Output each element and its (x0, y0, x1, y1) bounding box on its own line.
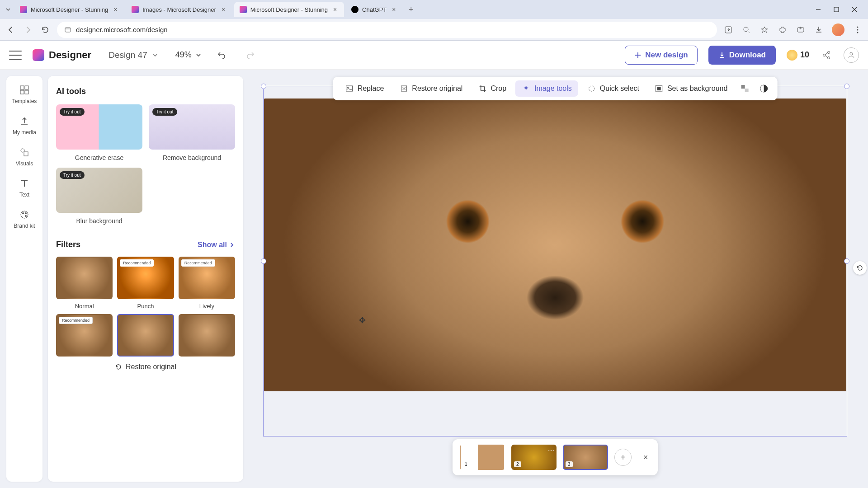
ctx-crop[interactable]: Crop (472, 80, 513, 97)
rail-text[interactable]: Text (19, 178, 30, 198)
resize-handle-tl[interactable] (261, 84, 266, 89)
svg-rect-22 (25, 90, 28, 94)
page-thumb-1[interactable]: 1 (460, 445, 505, 470)
new-tab-button[interactable]: + (405, 3, 417, 16)
forward-button[interactable] (23, 24, 33, 35)
tab-0[interactable]: Microsoft Designer - Stunning× (14, 2, 124, 17)
credits[interactable]: 10 (787, 50, 809, 61)
tab-3[interactable]: ChatGPT× (346, 2, 403, 17)
brand[interactable]: Designer (33, 49, 91, 61)
close-icon[interactable]: × (112, 6, 119, 13)
ctx-contrast[interactable] (755, 80, 772, 97)
design-name-dropdown[interactable]: Design 47 (102, 47, 165, 63)
svg-line-16 (825, 53, 828, 55)
redo-button[interactable] (244, 49, 257, 61)
menu-icon[interactable] (853, 25, 863, 35)
rail-label: My media (13, 129, 36, 136)
svg-point-12 (857, 32, 859, 33)
zoom-dropdown[interactable]: 49% (175, 50, 202, 60)
account-button[interactable] (844, 47, 859, 63)
extensions-icon[interactable] (778, 25, 788, 35)
crop-icon (478, 84, 487, 93)
recommended-badge: Recommended (181, 259, 215, 267)
page-strip: 1 2⋯ 3 + × (453, 439, 658, 475)
ctx-set-background[interactable]: Set as background (648, 80, 734, 97)
install-app-icon[interactable] (723, 25, 733, 35)
recommended-badge: Recommended (120, 259, 154, 267)
undo-button[interactable] (215, 49, 228, 61)
try-badge: Try it out (60, 108, 85, 116)
address-bar: designer.microsoft.com/design (0, 19, 868, 41)
ai-tools-title: AI tools (56, 87, 235, 96)
tab-search-dropdown[interactable] (4, 5, 13, 14)
svg-rect-34 (657, 87, 661, 90)
add-page-button[interactable]: + (614, 449, 632, 466)
ctx-label: Image tools (534, 84, 572, 93)
tool-remove-background[interactable]: Try it out Remove background (149, 104, 235, 161)
ctx-image-tools[interactable]: Image tools (515, 80, 578, 97)
close-strip-button[interactable]: × (641, 452, 651, 462)
canvas-area[interactable]: Replace Restore original Crop Image tool… (249, 76, 862, 482)
show-all-link[interactable]: Show all (198, 241, 235, 249)
page-thumb-2[interactable]: 2⋯ (511, 445, 557, 470)
download-button[interactable]: Download (708, 46, 776, 65)
chevron-down-icon (195, 52, 202, 58)
profile-avatar[interactable] (832, 23, 844, 36)
svg-rect-2 (65, 28, 71, 32)
page-num: 3 (566, 461, 573, 467)
resize-handle-ml[interactable] (261, 258, 266, 264)
filter-row2-1[interactable] (117, 314, 174, 357)
svg-point-28 (25, 215, 27, 217)
selection-bounds[interactable] (263, 86, 847, 436)
filter-normal[interactable]: Normal (56, 257, 113, 310)
svg-line-17 (825, 56, 828, 57)
new-tab-shortcut-icon[interactable] (796, 25, 806, 35)
rail-visuals[interactable]: Visuals (16, 146, 33, 167)
resize-handle-mr[interactable] (844, 258, 849, 264)
page-thumb-3[interactable]: 3 (563, 445, 608, 470)
hamburger-menu[interactable] (9, 51, 22, 60)
close-window-button[interactable] (850, 5, 859, 14)
tab-2[interactable]: Microsoft Designer - Stunning× (234, 2, 344, 17)
filter-punch[interactable]: RecommendedPunch (117, 257, 174, 310)
bookmark-icon[interactable] (760, 25, 769, 35)
tool-blur-background[interactable]: Try it out Blur background (56, 168, 142, 225)
resize-handle-tr[interactable] (844, 84, 849, 89)
reload-button[interactable] (40, 24, 51, 35)
minimize-button[interactable] (814, 5, 823, 14)
design-name: Design 47 (108, 50, 147, 60)
try-badge: Try it out (152, 108, 177, 116)
filter-row2-0[interactable]: Recommended (56, 314, 113, 357)
tab-1[interactable]: Images - Microsoft Designer× (126, 2, 232, 17)
downloads-icon[interactable] (814, 25, 824, 35)
ctx-restore[interactable]: Restore original (393, 80, 469, 97)
share-icon[interactable] (820, 49, 833, 61)
brand-logo-icon (33, 49, 44, 61)
ctx-replace[interactable]: Replace (339, 80, 391, 97)
close-icon[interactable]: × (390, 6, 397, 13)
rail-label: Visuals (16, 160, 33, 167)
page-more-icon[interactable]: ⋯ (548, 447, 554, 454)
url-field[interactable]: designer.microsoft.com/design (57, 22, 717, 38)
download-label: Download (729, 51, 766, 60)
back-button[interactable] (5, 24, 16, 35)
new-design-button[interactable]: New design (625, 46, 697, 65)
maximize-button[interactable] (832, 5, 841, 14)
tab-strip: Microsoft Designer - Stunning× Images - … (0, 0, 868, 19)
rail-brandkit[interactable]: Brand kit (14, 209, 35, 229)
templates-icon (19, 84, 30, 96)
ctx-color-swap[interactable] (736, 80, 753, 97)
favicon-designer (132, 6, 139, 13)
close-icon[interactable]: × (331, 6, 339, 13)
zoom-icon[interactable] (741, 25, 751, 35)
filter-row2-2[interactable] (179, 314, 235, 357)
tool-generative-erase[interactable]: Try it out Generative erase (56, 104, 142, 161)
rotate-handle[interactable] (853, 261, 867, 275)
site-info-icon[interactable] (64, 26, 71, 33)
close-icon[interactable]: × (220, 6, 227, 13)
rail-templates[interactable]: Templates (12, 84, 37, 104)
ctx-quick-select[interactable]: Quick select (581, 80, 646, 97)
filter-lively[interactable]: RecommendedLively (179, 257, 235, 310)
restore-original-button[interactable]: Restore original (56, 357, 235, 377)
rail-mymedia[interactable]: My media (13, 115, 36, 136)
